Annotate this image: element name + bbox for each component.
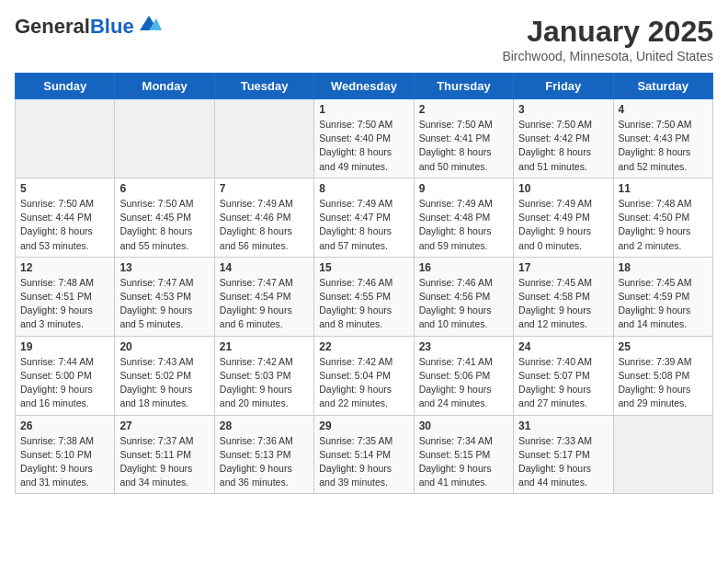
day-detail: Sunrise: 7:50 AM Sunset: 4:45 PM Dayligh… xyxy=(119,197,209,253)
weekday-header-friday: Friday xyxy=(514,74,613,99)
calendar-cell: 2Sunrise: 7:50 AM Sunset: 4:41 PM Daylig… xyxy=(414,99,513,178)
calendar-week-3: 12Sunrise: 7:48 AM Sunset: 4:51 PM Dayli… xyxy=(16,257,713,336)
day-number: 14 xyxy=(220,261,309,274)
day-detail: Sunrise: 7:41 AM Sunset: 5:06 PM Dayligh… xyxy=(419,355,508,411)
day-detail: Sunrise: 7:49 AM Sunset: 4:48 PM Dayligh… xyxy=(419,197,508,253)
day-number: 20 xyxy=(119,340,209,353)
day-number: 8 xyxy=(319,182,408,195)
title-block: January 2025 Birchwood, Minnesota, Unite… xyxy=(502,15,713,63)
day-detail: Sunrise: 7:50 AM Sunset: 4:40 PM Dayligh… xyxy=(319,118,408,174)
calendar-cell: 3Sunrise: 7:50 AM Sunset: 4:42 PM Daylig… xyxy=(514,99,613,178)
day-number: 11 xyxy=(619,182,708,195)
weekday-header-monday: Monday xyxy=(115,74,214,99)
weekday-header-saturday: Saturday xyxy=(613,74,712,99)
day-detail: Sunrise: 7:50 AM Sunset: 4:41 PM Dayligh… xyxy=(419,118,508,174)
weekday-header-sunday: Sunday xyxy=(16,74,115,99)
calendar-week-5: 26Sunrise: 7:38 AM Sunset: 5:10 PM Dayli… xyxy=(16,415,713,494)
calendar-cell: 7Sunrise: 7:49 AM Sunset: 4:46 PM Daylig… xyxy=(214,178,313,257)
calendar-cell: 24Sunrise: 7:40 AM Sunset: 5:07 PM Dayli… xyxy=(514,336,613,415)
logo-blue: Blue xyxy=(90,15,134,39)
day-number: 25 xyxy=(619,340,708,353)
day-detail: Sunrise: 7:36 AM Sunset: 5:13 PM Dayligh… xyxy=(220,434,309,490)
day-number: 4 xyxy=(619,103,708,116)
calendar-cell: 8Sunrise: 7:49 AM Sunset: 4:47 PM Daylig… xyxy=(314,178,414,257)
calendar-cell xyxy=(613,415,712,494)
weekday-header-thursday: Thursday xyxy=(414,74,513,99)
day-number: 5 xyxy=(20,182,109,195)
weekday-header-wednesday: Wednesday xyxy=(314,74,414,99)
day-number: 19 xyxy=(20,340,109,353)
day-detail: Sunrise: 7:42 AM Sunset: 5:04 PM Dayligh… xyxy=(319,355,408,411)
weekday-header-tuesday: Tuesday xyxy=(214,74,313,99)
day-number: 10 xyxy=(518,182,608,195)
day-detail: Sunrise: 7:45 AM Sunset: 4:59 PM Dayligh… xyxy=(619,276,708,332)
day-detail: Sunrise: 7:47 AM Sunset: 4:54 PM Dayligh… xyxy=(220,276,309,332)
calendar-cell: 11Sunrise: 7:48 AM Sunset: 4:50 PM Dayli… xyxy=(613,178,712,257)
day-detail: Sunrise: 7:39 AM Sunset: 5:08 PM Dayligh… xyxy=(619,355,708,411)
calendar-cell: 15Sunrise: 7:46 AM Sunset: 4:55 PM Dayli… xyxy=(314,257,414,336)
calendar-cell xyxy=(16,99,115,178)
calendar-cell xyxy=(115,99,214,178)
calendar-cell: 13Sunrise: 7:47 AM Sunset: 4:53 PM Dayli… xyxy=(115,257,214,336)
day-number: 7 xyxy=(220,182,309,195)
calendar-cell: 28Sunrise: 7:36 AM Sunset: 5:13 PM Dayli… xyxy=(214,415,313,494)
calendar-cell: 1Sunrise: 7:50 AM Sunset: 4:40 PM Daylig… xyxy=(314,99,414,178)
logo-icon xyxy=(136,14,162,32)
day-detail: Sunrise: 7:49 AM Sunset: 4:46 PM Dayligh… xyxy=(220,197,309,253)
calendar-cell xyxy=(214,99,313,178)
day-detail: Sunrise: 7:44 AM Sunset: 5:00 PM Dayligh… xyxy=(20,355,109,411)
calendar-cell: 14Sunrise: 7:47 AM Sunset: 4:54 PM Dayli… xyxy=(214,257,313,336)
day-number: 17 xyxy=(518,261,608,274)
calendar-cell: 29Sunrise: 7:35 AM Sunset: 5:14 PM Dayli… xyxy=(314,415,414,494)
day-number: 3 xyxy=(518,103,608,116)
logo: General Blue xyxy=(15,15,162,39)
day-detail: Sunrise: 7:46 AM Sunset: 4:56 PM Dayligh… xyxy=(419,276,508,332)
day-detail: Sunrise: 7:45 AM Sunset: 4:58 PM Dayligh… xyxy=(518,276,608,332)
calendar-cell: 9Sunrise: 7:49 AM Sunset: 4:48 PM Daylig… xyxy=(414,178,513,257)
day-number: 31 xyxy=(518,419,608,432)
day-number: 24 xyxy=(518,340,608,353)
calendar-cell: 30Sunrise: 7:34 AM Sunset: 5:15 PM Dayli… xyxy=(414,415,513,494)
calendar-cell: 10Sunrise: 7:49 AM Sunset: 4:49 PM Dayli… xyxy=(514,178,613,257)
calendar-cell: 20Sunrise: 7:43 AM Sunset: 5:02 PM Dayli… xyxy=(115,336,214,415)
calendar-cell: 18Sunrise: 7:45 AM Sunset: 4:59 PM Dayli… xyxy=(613,257,712,336)
day-detail: Sunrise: 7:42 AM Sunset: 5:03 PM Dayligh… xyxy=(220,355,309,411)
calendar-cell: 19Sunrise: 7:44 AM Sunset: 5:00 PM Dayli… xyxy=(16,336,115,415)
day-number: 21 xyxy=(220,340,309,353)
calendar-cell: 31Sunrise: 7:33 AM Sunset: 5:17 PM Dayli… xyxy=(514,415,613,494)
month-title: January 2025 xyxy=(502,15,713,49)
day-number: 26 xyxy=(20,419,109,432)
page-header: General Blue January 2025 Birchwood, Min… xyxy=(15,15,713,63)
day-detail: Sunrise: 7:43 AM Sunset: 5:02 PM Dayligh… xyxy=(119,355,209,411)
day-detail: Sunrise: 7:35 AM Sunset: 5:14 PM Dayligh… xyxy=(319,434,408,490)
day-number: 18 xyxy=(619,261,708,274)
day-number: 2 xyxy=(419,103,508,116)
calendar-cell: 21Sunrise: 7:42 AM Sunset: 5:03 PM Dayli… xyxy=(214,336,313,415)
day-detail: Sunrise: 7:48 AM Sunset: 4:51 PM Dayligh… xyxy=(20,276,109,332)
day-detail: Sunrise: 7:49 AM Sunset: 4:49 PM Dayligh… xyxy=(518,197,608,253)
day-detail: Sunrise: 7:40 AM Sunset: 5:07 PM Dayligh… xyxy=(518,355,608,411)
day-detail: Sunrise: 7:33 AM Sunset: 5:17 PM Dayligh… xyxy=(518,434,608,490)
logo-general: General xyxy=(15,15,90,39)
day-detail: Sunrise: 7:50 AM Sunset: 4:42 PM Dayligh… xyxy=(518,118,608,174)
calendar-header-row: SundayMondayTuesdayWednesdayThursdayFrid… xyxy=(16,74,713,99)
calendar-cell: 6Sunrise: 7:50 AM Sunset: 4:45 PM Daylig… xyxy=(115,178,214,257)
day-number: 23 xyxy=(419,340,508,353)
day-number: 1 xyxy=(319,103,408,116)
day-number: 22 xyxy=(319,340,408,353)
calendar-cell: 27Sunrise: 7:37 AM Sunset: 5:11 PM Dayli… xyxy=(115,415,214,494)
calendar-table: SundayMondayTuesdayWednesdayThursdayFrid… xyxy=(15,73,713,494)
day-number: 16 xyxy=(419,261,508,274)
calendar-cell: 12Sunrise: 7:48 AM Sunset: 4:51 PM Dayli… xyxy=(16,257,115,336)
day-number: 28 xyxy=(220,419,309,432)
day-number: 6 xyxy=(119,182,209,195)
day-number: 15 xyxy=(319,261,408,274)
day-number: 13 xyxy=(119,261,209,274)
calendar-cell: 5Sunrise: 7:50 AM Sunset: 4:44 PM Daylig… xyxy=(16,178,115,257)
day-number: 30 xyxy=(419,419,508,432)
day-detail: Sunrise: 7:48 AM Sunset: 4:50 PM Dayligh… xyxy=(619,197,708,253)
day-detail: Sunrise: 7:34 AM Sunset: 5:15 PM Dayligh… xyxy=(419,434,508,490)
day-detail: Sunrise: 7:49 AM Sunset: 4:47 PM Dayligh… xyxy=(319,197,408,253)
calendar-cell: 22Sunrise: 7:42 AM Sunset: 5:04 PM Dayli… xyxy=(314,336,414,415)
day-detail: Sunrise: 7:38 AM Sunset: 5:10 PM Dayligh… xyxy=(20,434,109,490)
